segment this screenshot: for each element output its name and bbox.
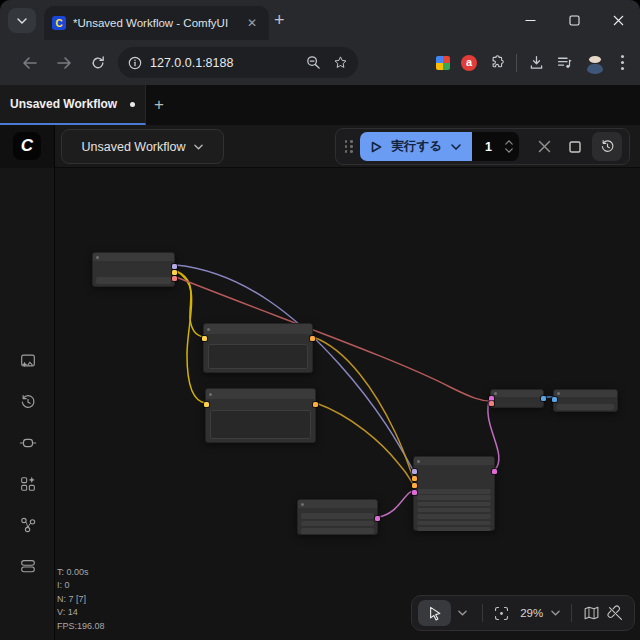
node-port[interactable]	[412, 490, 417, 495]
node-port[interactable]	[313, 402, 318, 407]
pointer-tool-dropdown[interactable]	[451, 610, 474, 616]
node-text-widget[interactable]	[210, 410, 311, 439]
node-widget[interactable]	[417, 495, 491, 500]
sidebar-item-node-library[interactable]	[0, 428, 55, 458]
node-widget[interactable]	[417, 489, 491, 494]
node-title-bar[interactable]	[298, 500, 377, 508]
node-port[interactable]	[412, 483, 417, 488]
sidebar-item-workflows[interactable]	[0, 551, 55, 581]
node-widget[interactable]	[301, 521, 374, 527]
node-collapse-dot[interactable]	[207, 328, 210, 331]
node-widget[interactable]	[417, 508, 491, 513]
node-collapse-dot[interactable]	[209, 393, 212, 396]
node-title-bar[interactable]	[204, 324, 312, 334]
node-port[interactable]	[172, 264, 177, 269]
node-widget[interactable]	[557, 404, 614, 410]
browser-tab[interactable]: C *Unsaved Workflow - ComfyUI ✕	[44, 6, 269, 40]
sidebar-item-model-library[interactable]	[0, 469, 55, 499]
node-widget[interactable]	[96, 277, 171, 284]
tab-search-button[interactable]	[8, 8, 36, 33]
browser-menu-icon[interactable]	[617, 55, 628, 70]
graph-node-empty-latent-image[interactable]	[297, 499, 378, 535]
graph-node-clip-text-encode-positive[interactable]	[203, 323, 313, 373]
bookmark-star-icon[interactable]	[333, 55, 348, 70]
maximize-button[interactable]	[552, 0, 596, 40]
tab-close-icon[interactable]: ✕	[243, 14, 261, 32]
node-title-bar[interactable]	[491, 390, 543, 397]
close-button[interactable]	[596, 0, 640, 40]
graph-node-checkpoint-loader[interactable]	[92, 252, 175, 287]
toggle-links-button[interactable]	[603, 605, 628, 622]
address-bar[interactable]: 127.0.0.1:8188	[118, 47, 358, 78]
node-title-bar[interactable]	[206, 389, 315, 399]
zoom-out-icon[interactable]	[306, 55, 321, 70]
node-widget[interactable]	[417, 502, 491, 507]
node-collapse-dot[interactable]	[557, 392, 560, 395]
downloads-icon[interactable]	[528, 54, 545, 71]
graph-node-save-image[interactable]	[553, 389, 618, 412]
minimize-button[interactable]	[508, 0, 552, 40]
back-button[interactable]	[18, 51, 42, 75]
node-widget[interactable]	[417, 514, 491, 519]
drag-handle[interactable]	[345, 140, 354, 153]
node-port[interactable]	[204, 402, 209, 407]
profile-avatar[interactable]	[584, 52, 606, 74]
reload-button[interactable]	[86, 51, 110, 75]
node-title-bar[interactable]	[414, 457, 494, 465]
node-collapse-dot[interactable]	[301, 503, 304, 506]
comfyui-logo[interactable]: C	[13, 132, 41, 160]
history-button[interactable]	[592, 132, 622, 161]
node-port[interactable]	[172, 270, 177, 275]
graph-node-clip-text-encode-negative[interactable]	[205, 388, 316, 443]
minimap-button[interactable]	[580, 605, 603, 621]
sidebar-item-node-map[interactable]	[0, 510, 55, 540]
node-collapse-dot[interactable]	[494, 392, 497, 395]
zoom-dropdown[interactable]	[548, 610, 563, 616]
node-port[interactable]	[489, 396, 494, 401]
node-port[interactable]	[492, 469, 497, 474]
increment-icon[interactable]	[505, 140, 513, 145]
node-widget[interactable]	[417, 521, 491, 526]
graph-node-vae-decode[interactable]	[490, 389, 544, 408]
sidebar-item-queue[interactable]	[0, 346, 55, 376]
node-collapse-dot[interactable]	[417, 460, 420, 463]
site-info-icon[interactable]	[128, 56, 142, 70]
run-button[interactable]: 実行する	[360, 132, 472, 161]
extensions-puzzle-icon[interactable]	[488, 54, 505, 71]
forward-button[interactable]	[52, 51, 76, 75]
new-workflow-button[interactable]: +	[154, 95, 164, 115]
node-port[interactable]	[202, 336, 207, 341]
graph-node-ksampler[interactable]	[413, 456, 495, 531]
node-port[interactable]	[412, 476, 417, 481]
workflow-tab-active[interactable]: Unsaved Workflow	[0, 85, 146, 125]
media-controls-icon[interactable]	[556, 54, 573, 71]
node-port[interactable]	[541, 396, 546, 401]
batch-count-input[interactable]: 1	[472, 132, 519, 161]
node-widget[interactable]	[417, 527, 491, 532]
node-title-bar[interactable]	[554, 390, 617, 397]
fit-view-button[interactable]	[491, 605, 512, 622]
stop-button[interactable]	[569, 141, 581, 153]
cancel-run-button[interactable]	[538, 140, 551, 153]
stat-version: V: 14	[57, 606, 105, 619]
node-port[interactable]	[172, 276, 177, 281]
node-title-bar[interactable]	[93, 253, 174, 261]
node-widget[interactable]	[301, 513, 374, 519]
node-port[interactable]	[310, 336, 315, 341]
google-extension-icon[interactable]	[436, 56, 450, 70]
node-port[interactable]	[375, 516, 380, 521]
new-tab-button[interactable]: +	[274, 11, 285, 29]
chevron-down-icon[interactable]	[451, 144, 461, 150]
node-text-widget[interactable]	[208, 344, 308, 369]
node-port[interactable]	[412, 469, 417, 474]
node-port[interactable]	[489, 401, 494, 406]
red-extension-icon[interactable]: a	[461, 55, 477, 71]
decrement-icon[interactable]	[505, 148, 513, 153]
node-collapse-dot[interactable]	[96, 256, 99, 259]
pointer-tool-button[interactable]	[418, 600, 451, 626]
zoom-level[interactable]: 29%	[520, 607, 543, 619]
workflow-menu-button[interactable]: Unsaved Workflow	[61, 129, 224, 164]
node-port[interactable]	[552, 397, 557, 402]
node-widget[interactable]	[301, 528, 374, 534]
sidebar-item-history[interactable]	[0, 387, 55, 417]
